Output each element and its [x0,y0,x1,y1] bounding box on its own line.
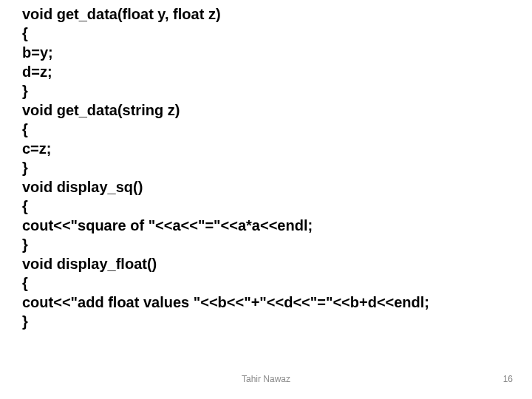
code-line: } [22,235,510,254]
code-line: { [22,273,510,293]
footer-page-number: 16 [503,374,513,384]
code-line: void display_float() [22,254,510,273]
code-line: cout<<"square of "<<a<<"="<<a*a<<endl; [22,216,510,235]
code-line: { [22,197,510,216]
code-line: d=z; [22,62,510,81]
code-line: { [22,24,510,43]
slide: void get_data(float y, float z) { b=y; d… [0,0,532,399]
code-line: } [22,158,510,177]
code-line: void get_data(string z) [22,100,510,120]
footer-author: Tahir Nawaz [0,374,532,384]
code-block: void get_data(float y, float z) { b=y; d… [22,4,510,331]
code-line: cout<<"add float values "<<b<<"+"<<d<<"=… [22,293,510,312]
code-line: } [22,312,510,331]
code-line: c=z; [22,139,510,158]
code-line: void get_data(float y, float z) [22,4,510,24]
code-line: b=y; [22,43,510,62]
code-line: void display_sq() [22,177,510,197]
code-line: } [22,81,510,100]
code-line: { [22,120,510,139]
